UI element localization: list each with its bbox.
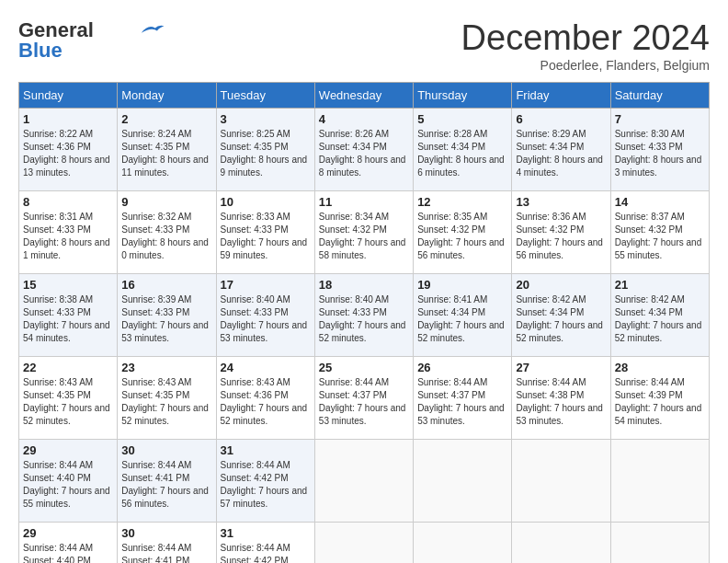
day-number: 12 (417, 195, 507, 209)
day-info: Sunrise: 8:44 AMSunset: 4:37 PMDaylight:… (417, 376, 507, 428)
calendar-week-3: 22Sunrise: 8:43 AMSunset: 4:35 PMDayligh… (19, 357, 710, 440)
day-number: 10 (221, 195, 311, 209)
table-row: 14Sunrise: 8:37 AMSunset: 4:32 PMDayligh… (610, 191, 709, 274)
table-row (610, 440, 709, 523)
table-row (512, 523, 610, 564)
table-row: 31Sunrise: 8:44 AMSunset: 4:42 PMDayligh… (216, 440, 314, 523)
logo-bird-icon (138, 21, 165, 38)
table-row (314, 440, 413, 523)
table-row: 5Sunrise: 8:28 AMSunset: 4:34 PMDaylight… (414, 109, 512, 191)
day-info: Sunrise: 8:34 AMSunset: 4:32 PMDaylight:… (319, 211, 409, 262)
day-info: Sunrise: 8:36 AMSunset: 4:32 PMDaylight:… (516, 211, 606, 262)
day-number: 30 (121, 526, 211, 540)
header-friday: Friday (512, 83, 610, 109)
table-row: 21Sunrise: 8:42 AMSunset: 4:34 PMDayligh… (610, 274, 709, 357)
day-number: 6 (516, 112, 606, 126)
day-info: Sunrise: 8:35 AMSunset: 4:32 PMDaylight:… (417, 211, 507, 262)
table-row: 4Sunrise: 8:26 AMSunset: 4:34 PMDaylight… (314, 109, 413, 191)
day-number: 14 (615, 195, 705, 209)
day-number: 27 (516, 361, 606, 374)
logo-blue: Blue (18, 39, 63, 63)
day-number: 24 (221, 361, 311, 374)
day-info: Sunrise: 8:43 AMSunset: 4:35 PMDaylight:… (23, 376, 113, 428)
day-info: Sunrise: 8:31 AMSunset: 4:33 PMDaylight:… (23, 211, 113, 262)
table-row: 13Sunrise: 8:36 AMSunset: 4:32 PMDayligh… (512, 191, 610, 274)
table-row: 6Sunrise: 8:29 AMSunset: 4:34 PMDaylight… (512, 109, 610, 191)
logo: General Blue (18, 18, 165, 63)
header-thursday: Thursday (414, 83, 512, 109)
day-number: 25 (319, 361, 409, 374)
day-number: 29 (23, 443, 113, 457)
day-info: Sunrise: 8:44 AMSunset: 4:42 PMDaylight:… (221, 542, 311, 563)
calendar-header-row: Sunday Monday Tuesday Wednesday Thursday… (19, 83, 710, 109)
day-info: Sunrise: 8:44 AMSunset: 4:42 PMDaylight:… (221, 459, 311, 511)
day-number: 1 (23, 112, 113, 126)
day-number: 4 (319, 112, 409, 126)
table-row: 15Sunrise: 8:38 AMSunset: 4:33 PMDayligh… (19, 274, 118, 357)
day-number: 11 (319, 195, 409, 209)
day-number: 17 (221, 278, 311, 292)
day-info: Sunrise: 8:28 AMSunset: 4:34 PMDaylight:… (417, 128, 507, 179)
day-number: 26 (417, 361, 507, 374)
day-number: 22 (23, 361, 113, 374)
day-info: Sunrise: 8:30 AMSunset: 4:33 PMDaylight:… (615, 128, 705, 179)
header-monday: Monday (118, 83, 216, 109)
calendar-table: Sunday Monday Tuesday Wednesday Thursday… (18, 82, 710, 563)
day-number: 7 (615, 112, 705, 126)
header-wednesday: Wednesday (314, 83, 413, 109)
day-info: Sunrise: 8:42 AMSunset: 4:34 PMDaylight:… (615, 293, 705, 345)
location-subtitle: Poederlee, Flanders, Belgium (461, 58, 710, 73)
calendar-week-0: 1Sunrise: 8:22 AMSunset: 4:36 PMDaylight… (19, 109, 710, 191)
table-row: 11Sunrise: 8:34 AMSunset: 4:32 PMDayligh… (314, 191, 413, 274)
day-number: 16 (121, 278, 211, 292)
day-info: Sunrise: 8:43 AMSunset: 4:35 PMDaylight:… (121, 376, 211, 428)
table-row: 8Sunrise: 8:31 AMSunset: 4:33 PMDaylight… (19, 191, 118, 274)
table-row: 24Sunrise: 8:43 AMSunset: 4:36 PMDayligh… (216, 357, 314, 440)
day-info: Sunrise: 8:37 AMSunset: 4:32 PMDaylight:… (615, 211, 705, 262)
table-row: 12Sunrise: 8:35 AMSunset: 4:32 PMDayligh… (414, 191, 512, 274)
day-number: 31 (221, 526, 311, 540)
table-row: 9Sunrise: 8:32 AMSunset: 4:33 PMDaylight… (118, 191, 216, 274)
day-number: 5 (417, 112, 507, 126)
table-row: 19Sunrise: 8:41 AMSunset: 4:34 PMDayligh… (414, 274, 512, 357)
day-info: Sunrise: 8:44 AMSunset: 4:40 PMDaylight:… (23, 542, 113, 563)
day-number: 3 (221, 112, 311, 126)
day-info: Sunrise: 8:43 AMSunset: 4:36 PMDaylight:… (221, 376, 311, 428)
table-row: 30Sunrise: 8:44 AMSunset: 4:41 PMDayligh… (118, 523, 216, 564)
table-row: 7Sunrise: 8:30 AMSunset: 4:33 PMDaylight… (610, 109, 709, 191)
day-info: Sunrise: 8:44 AMSunset: 4:39 PMDaylight:… (615, 376, 705, 428)
table-row: 10Sunrise: 8:33 AMSunset: 4:33 PMDayligh… (216, 191, 314, 274)
day-info: Sunrise: 8:29 AMSunset: 4:34 PMDaylight:… (516, 128, 606, 179)
day-info: Sunrise: 8:33 AMSunset: 4:33 PMDaylight:… (221, 211, 311, 262)
calendar-week-5: 29Sunrise: 8:44 AMSunset: 4:40 PMDayligh… (19, 523, 710, 564)
day-info: Sunrise: 8:39 AMSunset: 4:33 PMDaylight:… (121, 293, 211, 345)
day-number: 18 (319, 278, 409, 292)
table-row: 28Sunrise: 8:44 AMSunset: 4:39 PMDayligh… (610, 357, 709, 440)
day-info: Sunrise: 8:44 AMSunset: 4:41 PMDaylight:… (121, 459, 211, 511)
header-saturday: Saturday (610, 83, 709, 109)
table-row: 29Sunrise: 8:44 AMSunset: 4:40 PMDayligh… (19, 523, 118, 564)
day-info: Sunrise: 8:24 AMSunset: 4:35 PMDaylight:… (121, 128, 211, 179)
table-row: 25Sunrise: 8:44 AMSunset: 4:37 PMDayligh… (314, 357, 413, 440)
page-header: General Blue December 2024 Poederlee, Fl… (18, 18, 710, 73)
table-row: 17Sunrise: 8:40 AMSunset: 4:33 PMDayligh… (216, 274, 314, 357)
table-row: 31Sunrise: 8:44 AMSunset: 4:42 PMDayligh… (216, 523, 314, 564)
day-number: 21 (615, 278, 705, 292)
day-number: 23 (121, 361, 211, 374)
day-info: Sunrise: 8:32 AMSunset: 4:33 PMDaylight:… (121, 211, 211, 262)
day-info: Sunrise: 8:38 AMSunset: 4:33 PMDaylight:… (23, 293, 113, 345)
day-info: Sunrise: 8:40 AMSunset: 4:33 PMDaylight:… (221, 293, 311, 345)
table-row: 20Sunrise: 8:42 AMSunset: 4:34 PMDayligh… (512, 274, 610, 357)
day-info: Sunrise: 8:42 AMSunset: 4:34 PMDaylight:… (516, 293, 606, 345)
table-row: 18Sunrise: 8:40 AMSunset: 4:33 PMDayligh… (314, 274, 413, 357)
table-row (414, 440, 512, 523)
day-number: 13 (516, 195, 606, 209)
table-row: 22Sunrise: 8:43 AMSunset: 4:35 PMDayligh… (19, 357, 118, 440)
table-row: 23Sunrise: 8:43 AMSunset: 4:35 PMDayligh… (118, 357, 216, 440)
day-number: 15 (23, 278, 113, 292)
table-row (512, 440, 610, 523)
table-row (610, 523, 709, 564)
month-title: December 2024 (461, 18, 710, 58)
day-info: Sunrise: 8:40 AMSunset: 4:33 PMDaylight:… (319, 293, 409, 345)
day-number: 19 (417, 278, 507, 292)
